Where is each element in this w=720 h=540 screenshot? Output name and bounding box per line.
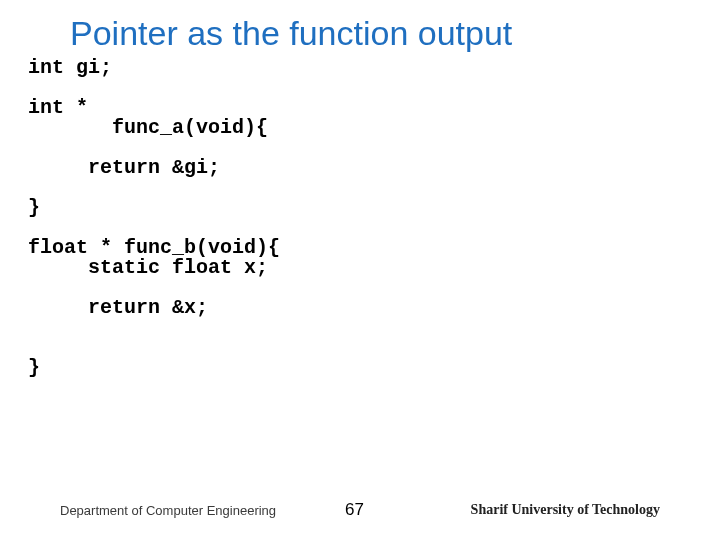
slide-title: Pointer as the function output bbox=[70, 14, 512, 53]
footer-page-number: 67 bbox=[345, 500, 364, 520]
slide: Pointer as the function output int gi; i… bbox=[0, 0, 720, 540]
footer-university: Sharif University of Technology bbox=[471, 502, 660, 518]
code-block: int gi; int * func_a(void){ return &gi; … bbox=[28, 58, 280, 378]
footer-department: Department of Computer Engineering bbox=[60, 503, 276, 518]
